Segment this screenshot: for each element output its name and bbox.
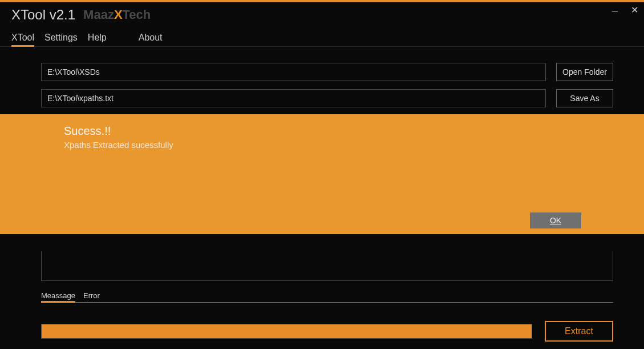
folder-path-input[interactable] [41, 63, 546, 81]
dialog-message: Xpaths Extracted sucessfully [64, 140, 644, 150]
menu-item-about[interactable]: About [139, 33, 163, 46]
extract-button[interactable]: Extract [545, 321, 613, 342]
dialog-content: Sucess.!! Xpaths Extracted sucessfully [0, 114, 644, 150]
brand-accent: X [114, 7, 123, 22]
minimize-button[interactable]: _ [605, 2, 625, 17]
tab-message[interactable]: Meassage [41, 291, 75, 302]
save-row: Save As [41, 89, 613, 107]
close-button[interactable]: ✕ [625, 2, 644, 17]
open-folder-button[interactable]: Open Folder [556, 63, 613, 81]
tab-error[interactable]: Error [83, 291, 100, 302]
progress-bar [41, 324, 532, 339]
window-controls: _ ✕ [605, 2, 644, 17]
menu-item-help[interactable]: Help [88, 33, 107, 46]
save-path-input[interactable] [41, 89, 546, 107]
brand-part2: Tech [123, 7, 151, 22]
dialog-ok-button[interactable]: OK [530, 212, 581, 228]
menu-item-xtool[interactable]: XTool [11, 33, 34, 46]
brand-logo: Maaz X Tech [83, 7, 151, 22]
footer-row: Extract [0, 321, 644, 342]
log-tabs: Meassage Error [41, 289, 613, 303]
dialog-title: Sucess.!! [64, 125, 644, 138]
title-bar: XTool v2.1 Maaz X Tech _ ✕ [0, 2, 644, 27]
output-preview[interactable] [41, 251, 613, 281]
menu-item-settings[interactable]: Settings [44, 33, 78, 46]
menu-bar: XTool Settings Help About [0, 27, 644, 47]
brand-part1: Maaz [83, 7, 114, 22]
folder-row: Open Folder [41, 63, 613, 81]
preview-wrap [0, 251, 644, 281]
app-title: XTool v2.1 [11, 7, 75, 23]
save-as-button[interactable]: Save As [556, 89, 613, 107]
success-dialog: Sucess.!! Xpaths Extracted sucessfully O… [0, 114, 644, 234]
